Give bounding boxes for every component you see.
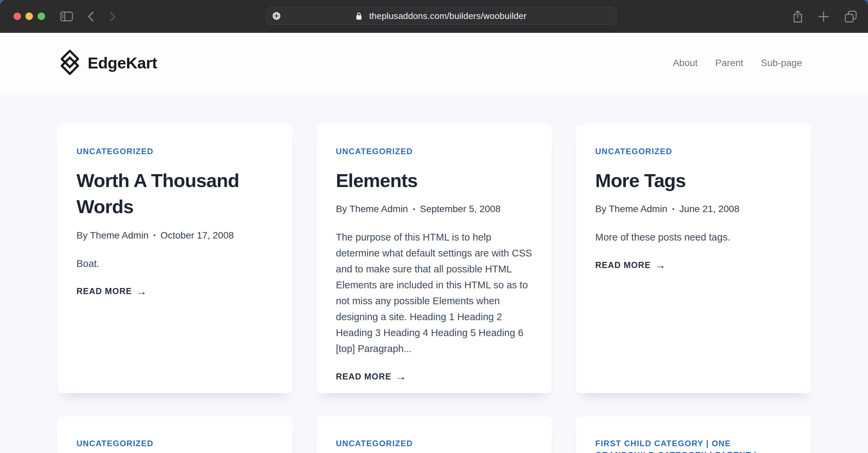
post-card: FIRST CHILD CATEGORY | ONE GRANDCHILD CA… [576,417,811,453]
tab-overview-button[interactable] [843,0,858,33]
forward-button[interactable] [106,0,119,33]
new-tab-button[interactable] [816,0,831,33]
post-title[interactable]: Elements [336,167,532,193]
post-date: October 17, 2008 [160,230,234,241]
post-card: UNCATEGORIZED More Tags By Theme Admin •… [576,125,811,393]
tab-overview-icon [845,11,857,23]
primary-nav: About Parent Sub-page [673,58,802,68]
arrow-right-icon: → [136,286,147,297]
traffic-light-close[interactable] [14,13,21,20]
post-title[interactable]: More Tags [595,167,792,193]
post-category[interactable]: UNCATEGORIZED [77,146,154,157]
address-bar[interactable]: theplusaddons.com/builders/woobuilder [266,7,616,25]
post-date: September 5, 2008 [420,204,500,214]
post-byline: By Theme Admin • October 17, 2008 [77,230,273,241]
traffic-light-minimize[interactable] [25,13,33,20]
stacked-diamonds-icon [61,50,79,76]
post-category[interactable]: UNCATEGORIZED [595,146,672,157]
post-title[interactable]: Worth A Thousand Words [77,167,273,220]
url-text[interactable]: theplusaddons.com/builders/woobuilder [369,11,527,21]
sidebar-toggle-button[interactable] [54,0,79,33]
post-author: By Theme Admin [336,204,408,214]
back-icon [88,11,94,22]
read-more-link[interactable]: READ MORE → [595,260,666,270]
post-card: UNCATEGORIZED Elements By Theme Admin • … [317,125,552,393]
share-icon [793,10,803,23]
post-date: June 21, 2008 [679,204,739,214]
post-category[interactable]: FIRST CHILD CATEGORY | ONE GRANDCHILD CA… [595,438,792,453]
post-author: By Theme Admin [77,230,149,241]
post-category[interactable]: UNCATEGORIZED [336,438,413,449]
read-more-link[interactable]: READ MORE → [77,286,147,297]
lock-icon [356,12,362,20]
back-button[interactable] [84,0,98,33]
share-button[interactable] [790,0,805,33]
site-header: EdgeKart About Parent Sub-page [0,33,868,93]
forward-icon [110,11,116,22]
post-author: By Theme Admin [595,204,668,214]
post-excerpt: The purpose of this HTML is to help dete… [336,229,532,357]
arrow-right-icon: → [655,260,666,270]
post-card: UNCATEGORIZED [57,417,292,453]
new-tab-icon [818,11,829,22]
nav-item-sub-page[interactable]: Sub-page [761,58,802,68]
post-category[interactable]: UNCATEGORIZED [77,438,154,449]
nav-item-about[interactable]: About [673,58,697,68]
dot-separator: • [413,205,415,213]
traffic-light-zoom[interactable] [38,13,45,20]
post-card: UNCATEGORIZED Worth A Thousand Words By … [57,125,292,393]
safari-window: theplusaddons.com/builders/woobuilder [0,0,868,453]
sidebar-icon [60,12,73,21]
site-logo[interactable]: EdgeKart [61,50,157,76]
blog-listing: UNCATEGORIZED Worth A Thousand Words By … [0,93,868,453]
arrow-right-icon: → [395,371,407,382]
read-more-link[interactable]: READ MORE → [336,371,407,382]
post-card: UNCATEGORIZED [317,417,552,453]
extension-plus-icon[interactable] [273,12,280,20]
post-grid: UNCATEGORIZED Worth A Thousand Words By … [57,125,811,453]
post-excerpt: Boat. [77,256,273,272]
post-category[interactable]: UNCATEGORIZED [336,146,413,157]
post-byline: By Theme Admin • June 21, 2008 [595,204,792,214]
post-byline: By Theme Admin • September 5, 2008 [336,204,532,214]
logo-text: EdgeKart [88,54,157,72]
browser-toolbar: theplusaddons.com/builders/woobuilder [0,0,868,33]
dot-separator: • [153,231,156,239]
post-excerpt: More of these posts need tags. [595,229,792,245]
dot-separator: • [672,205,674,213]
nav-item-parent[interactable]: Parent [715,58,744,68]
